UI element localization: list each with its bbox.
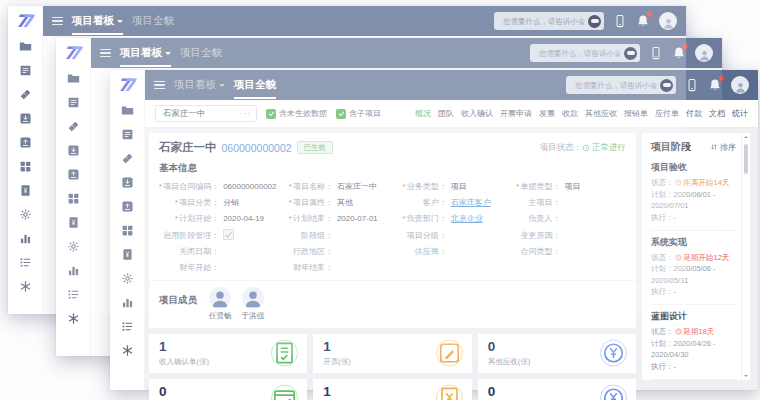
- more-ellipsis-button[interactable]: ···: [239, 109, 251, 118]
- board-menu[interactable]: 项目看板: [120, 46, 171, 60]
- user-avatar[interactable]: [731, 76, 749, 94]
- receive-icon[interactable]: [121, 176, 134, 189]
- panel-scrollbar[interactable]: [741, 133, 750, 380]
- board-menu[interactable]: 项目看板: [72, 14, 123, 28]
- tab-item[interactable]: 团队: [438, 108, 454, 119]
- project-code-link[interactable]: 060000000002: [222, 142, 292, 154]
- receive-icon[interactable]: [19, 112, 32, 125]
- pay-icon[interactable]: [121, 200, 134, 213]
- pay-icon[interactable]: [19, 136, 32, 149]
- hamburger-menu-icon[interactable]: [52, 17, 63, 26]
- checkbox-include-inactive[interactable]: 含未生效数据: [266, 108, 327, 119]
- search-input[interactable]: [537, 48, 624, 59]
- mobile-icon[interactable]: [649, 46, 663, 60]
- member[interactable]: 任贤畅: [209, 287, 232, 321]
- sorted-list-icon[interactable]: [19, 256, 32, 269]
- search-input[interactable]: [501, 16, 588, 27]
- invoice-icon[interactable]: [121, 128, 134, 141]
- grid-icon[interactable]: [19, 160, 32, 173]
- grid-icon[interactable]: [67, 192, 80, 205]
- app-logo-icon[interactable]: [63, 43, 83, 63]
- tab-item[interactable]: 概况: [415, 108, 431, 119]
- assistant-robot-icon[interactable]: [624, 47, 637, 60]
- tab-item[interactable]: 付款: [686, 108, 702, 119]
- app-logo-icon[interactable]: [15, 11, 35, 31]
- search-input[interactable]: [573, 80, 660, 91]
- tab-item[interactable]: 收入确认: [461, 108, 493, 119]
- stage-status: 状态：延期18天: [651, 326, 736, 338]
- asterisk-icon[interactable]: [19, 280, 32, 293]
- tab-item[interactable]: 收款: [562, 108, 578, 119]
- folder-icon[interactable]: [19, 40, 32, 53]
- tab-project-overview[interactable]: 项目全貌: [132, 14, 174, 28]
- user-avatar[interactable]: [695, 44, 713, 62]
- sorted-list-icon[interactable]: [67, 288, 80, 301]
- sorted-list-icon[interactable]: [121, 320, 134, 333]
- tab-item[interactable]: 发票: [539, 108, 555, 119]
- invoice-icon[interactable]: [67, 96, 80, 109]
- tab-project-overview[interactable]: 项目全貌: [180, 46, 222, 60]
- stat-card[interactable]: 0其他应付单(张): [478, 379, 636, 400]
- assistant-robot-icon[interactable]: [660, 79, 673, 92]
- scroll-up-arrow-icon[interactable]: [744, 136, 748, 138]
- sort-button[interactable]: 排序: [710, 142, 736, 153]
- window-front: 项目看板 项目全貌 ··· 含未生效数据 含子项目 概况团队收入确认开票申请发票…: [110, 70, 758, 390]
- stat-card[interactable]: 1开票(张): [313, 334, 471, 373]
- project-picker-input[interactable]: [161, 108, 239, 120]
- asterisk-icon[interactable]: [121, 344, 134, 357]
- settings-gear-icon[interactable]: [121, 272, 134, 285]
- mobile-icon[interactable]: [613, 14, 627, 28]
- scrollbar-thumb[interactable]: [744, 144, 748, 174]
- scroll-down-arrow-icon[interactable]: [744, 375, 748, 377]
- global-search[interactable]: [566, 76, 676, 94]
- bell-icon[interactable]: [672, 46, 686, 60]
- tab-project-overview[interactable]: 项目全貌: [234, 78, 276, 92]
- folder-icon[interactable]: [67, 72, 80, 85]
- bell-icon[interactable]: [636, 14, 650, 28]
- assistant-robot-icon[interactable]: [588, 15, 601, 28]
- receive-icon[interactable]: [67, 144, 80, 157]
- global-search[interactable]: [494, 12, 604, 30]
- bill-icon[interactable]: [121, 248, 134, 261]
- member[interactable]: 于洪强: [242, 287, 265, 321]
- bar-chart-icon[interactable]: [19, 232, 32, 245]
- bill-icon[interactable]: [67, 216, 80, 229]
- tab-item[interactable]: 统计: [732, 108, 748, 119]
- tab-item[interactable]: 其他应收: [585, 108, 617, 119]
- app-logo-icon[interactable]: [117, 75, 137, 95]
- invoice-icon[interactable]: [19, 64, 32, 77]
- tab-item[interactable]: 开票申请: [500, 108, 532, 119]
- folder-icon[interactable]: [121, 104, 134, 117]
- bar-chart-icon[interactable]: [121, 296, 134, 309]
- tab-item[interactable]: 应付单: [655, 108, 679, 119]
- coupon-icon[interactable]: [19, 88, 32, 101]
- stat-card[interactable]: 1收入确认单(张): [149, 334, 307, 373]
- checkbox-include-subprojects[interactable]: 含子项目: [336, 108, 381, 119]
- global-search[interactable]: [530, 44, 640, 62]
- stat-card[interactable]: 0收款单(张): [149, 379, 307, 400]
- settings-gear-icon[interactable]: [67, 240, 80, 253]
- bell-icon[interactable]: [708, 78, 722, 92]
- stat-card[interactable]: 0其他应收(张): [478, 334, 636, 373]
- hamburger-menu-icon[interactable]: [100, 49, 111, 58]
- stat-card[interactable]: 1应付单(张): [313, 379, 471, 400]
- mobile-icon[interactable]: [685, 78, 699, 92]
- disabled-checkbox[interactable]: [223, 229, 234, 240]
- field-link[interactable]: 石家庄客户: [451, 197, 513, 208]
- grid-icon[interactable]: [121, 224, 134, 237]
- bar-chart-icon[interactable]: [67, 264, 80, 277]
- board-menu[interactable]: 项目看板: [174, 78, 225, 92]
- user-avatar[interactable]: [659, 12, 677, 30]
- field-link[interactable]: 北京企业: [451, 213, 513, 224]
- bill-icon[interactable]: [19, 184, 32, 197]
- pay-icon[interactable]: [67, 168, 80, 181]
- settings-gear-icon[interactable]: [19, 208, 32, 221]
- coupon-icon[interactable]: [121, 152, 134, 165]
- project-picker[interactable]: ···: [155, 105, 257, 122]
- asterisk-icon[interactable]: [67, 312, 80, 325]
- coupon-icon[interactable]: [67, 120, 80, 133]
- hamburger-menu-icon[interactable]: [154, 81, 165, 90]
- tab-item[interactable]: 文档: [709, 108, 725, 119]
- field-value: [337, 231, 399, 239]
- tab-item[interactable]: 报销单: [624, 108, 648, 119]
